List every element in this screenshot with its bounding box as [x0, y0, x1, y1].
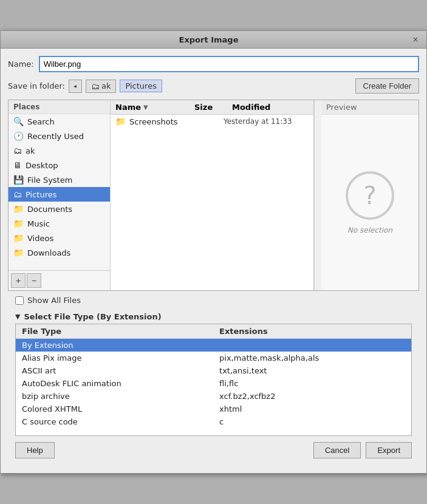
save-in-label: Save in folder:: [8, 81, 65, 90]
file-name-cell: 📁 Screenshots: [115, 117, 187, 126]
breadcrumb-pictures[interactable]: Pictures: [120, 80, 162, 92]
place-item-desktop[interactable]: 🖥 Desktop: [9, 158, 110, 172]
file-type-section: ▼ Select File Type (By Extension) File T…: [8, 310, 419, 436]
desktop-icon: 🖥: [13, 160, 22, 170]
cancel-button[interactable]: Cancel: [313, 442, 361, 458]
place-label-ak: ak: [26, 146, 35, 155]
recently-used-icon: 🕐: [13, 131, 24, 141]
export-image-dialog: Export Image × Name: Save in folder: ◂ 🗂…: [0, 30, 427, 474]
col-extensions-header: Extensions: [213, 324, 411, 339]
preview-question-icon: ?: [346, 171, 394, 220]
bottom-row: Help Cancel Export: [8, 436, 419, 466]
file-type-toggle[interactable]: ▼ Select File Type (By Extension): [15, 310, 412, 324]
preview-panel: Preview ? No selection: [321, 100, 418, 290]
files-list: 📁 Screenshots Yesterday at 11:33: [111, 115, 313, 290]
place-label-desktop: Desktop: [26, 161, 58, 170]
remove-place-button[interactable]: −: [27, 273, 41, 288]
nav-back-button[interactable]: ◂: [69, 80, 82, 93]
col-file-type-header: File Type: [16, 324, 213, 339]
show-all-row: Show All Files: [8, 291, 419, 310]
place-item-downloads[interactable]: 📁 Downloads: [9, 245, 110, 260]
place-label-downloads: Downloads: [27, 248, 70, 257]
place-item-recently-used[interactable]: 🕐 Recently Used: [9, 129, 110, 143]
preview-header: Preview: [321, 100, 418, 115]
main-pane: Places 🔍 Search 🕐 Recently Used 🗂 ak: [8, 100, 419, 291]
file-type-ext: xcf.bz2,xcfbz2: [213, 390, 411, 403]
file-type-ext: txt,ansi,text: [213, 364, 411, 377]
column-modified-header[interactable]: Modified: [228, 100, 313, 114]
file-type-ext: c: [213, 415, 411, 428]
file-type-row[interactable]: Colored XHTML xhtml: [16, 403, 411, 415]
file-type-name: AutoDesk FLIC animation: [16, 377, 213, 390]
dialog-title: Export Image: [7, 35, 411, 44]
files-scrollbar[interactable]: [314, 100, 321, 290]
place-label-documents: Documents: [27, 205, 72, 214]
name-row: Name:: [8, 56, 419, 72]
filename-input[interactable]: [39, 56, 419, 72]
file-type-row[interactable]: By Extension: [16, 339, 411, 352]
documents-icon: 📁: [13, 204, 24, 214]
place-item-documents[interactable]: 📁 Documents: [9, 202, 110, 216]
toggle-arrow-icon: ▼: [15, 313, 20, 321]
file-type-row[interactable]: Alias Pix image pix,matte,mask,alpha,als: [16, 352, 411, 364]
music-icon: 📁: [13, 219, 24, 228]
show-all-label: Show All Files: [27, 296, 81, 305]
place-item-pictures[interactable]: 🗂 Pictures: [9, 187, 110, 202]
file-type-toggle-label: Select File Type (By Extension): [24, 312, 161, 321]
back-arrow-icon: ◂: [73, 83, 77, 89]
place-label-search: Search: [27, 117, 55, 126]
column-modified-label: Modified: [232, 103, 270, 112]
column-name-header[interactable]: Name ▼: [111, 100, 192, 114]
file-type-name: C source code: [16, 415, 213, 428]
show-all-checkbox[interactable]: [15, 296, 24, 305]
sort-arrow-icon: ▼: [143, 104, 148, 111]
place-item-file-system[interactable]: 💾 File System: [9, 172, 110, 187]
file-type-table-container: File Type Extensions By Extension Alias …: [15, 324, 412, 436]
close-button[interactable]: ×: [411, 35, 420, 44]
place-label-music: Music: [27, 219, 50, 228]
add-place-button[interactable]: +: [11, 273, 26, 288]
file-type-row[interactable]: ASCII art txt,ansi,text: [16, 364, 411, 377]
place-item-search[interactable]: 🔍 Search: [9, 114, 110, 129]
file-type-row[interactable]: AutoDesk FLIC animation fli,flc: [16, 377, 411, 390]
place-item-music[interactable]: 📁 Music: [9, 216, 110, 231]
file-type-name: Colored XHTML: [16, 403, 213, 415]
file-type-name: ASCII art: [16, 364, 213, 377]
file-type-name: By Extension: [16, 339, 213, 352]
file-row[interactable]: 📁 Screenshots Yesterday at 11:33: [111, 115, 313, 128]
place-label-videos: Videos: [27, 234, 53, 243]
column-size-header[interactable]: Size: [192, 100, 228, 114]
dialog-body: Name: Save in folder: ◂ 🗂 ak Pictures Cr…: [1, 49, 426, 473]
file-type-name: Alias Pix image: [16, 352, 213, 364]
preview-no-selection: No selection: [347, 226, 392, 234]
file-type-row[interactable]: C source code c: [16, 415, 411, 428]
save-in-row: Save in folder: ◂ 🗂 ak Pictures Create F…: [8, 78, 419, 94]
place-label-recently-used: Recently Used: [27, 132, 84, 141]
folder-file-icon: 📁: [115, 117, 126, 126]
column-name-label: Name: [115, 103, 141, 112]
file-name: Screenshots: [129, 117, 178, 126]
places-list: 🔍 Search 🕐 Recently Used 🗂 ak 🖥 Desktop: [9, 114, 110, 270]
column-size-label: Size: [194, 103, 213, 112]
files-header: Name ▼ Size Modified: [111, 100, 313, 115]
export-button[interactable]: Export: [366, 442, 412, 458]
file-type-ext: fli,flc: [213, 377, 411, 390]
file-type-row[interactable]: bzip archive xcf.bz2,xcfbz2: [16, 390, 411, 403]
ak-folder-icon: 🗂: [13, 146, 22, 155]
file-system-icon: 💾: [13, 175, 24, 185]
file-type-name: bzip archive: [16, 390, 213, 403]
file-modified: Yesterday at 11:33: [224, 117, 309, 126]
places-header: Places: [9, 100, 110, 114]
file-type-ext: [213, 339, 411, 352]
title-bar: Export Image ×: [1, 31, 426, 49]
files-panel: Name ▼ Size Modified 📁 Screenshots: [111, 100, 314, 290]
place-item-ak[interactable]: 🗂 ak: [9, 143, 110, 158]
place-item-videos[interactable]: 📁 Videos: [9, 231, 110, 245]
create-folder-button[interactable]: Create Folder: [355, 78, 419, 94]
places-toolbar: + −: [9, 270, 110, 290]
places-panel: Places 🔍 Search 🕐 Recently Used 🗂 ak: [9, 100, 111, 290]
breadcrumb-ak[interactable]: 🗂 ak: [86, 80, 117, 93]
file-type-ext: pix,matte,mask,alpha,als: [213, 352, 411, 364]
help-button[interactable]: Help: [15, 442, 55, 458]
file-type-ext: xhtml: [213, 403, 411, 415]
